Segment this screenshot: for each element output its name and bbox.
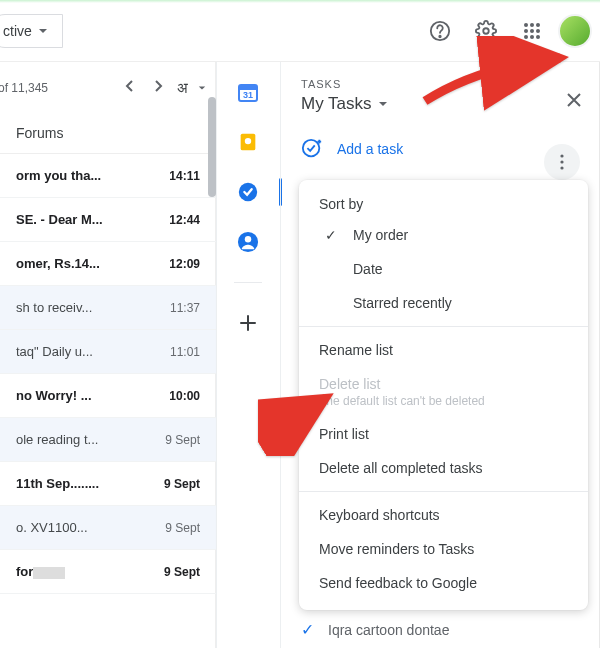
svg-point-7 (530, 29, 534, 33)
email-time: 12:09 (169, 257, 200, 271)
check-icon: ✓ (301, 620, 314, 639)
task-title: Iqra cartoon dontae (328, 622, 449, 638)
filter-label: ctive (3, 23, 32, 39)
email-snippet: taq" Daily u... (16, 344, 93, 359)
input-language-toggle[interactable]: अ (177, 79, 188, 97)
email-snippet: no Worry! ... (16, 388, 92, 403)
email-row[interactable]: for9 Sept (0, 550, 216, 594)
caret-down-icon (38, 26, 48, 36)
email-time: 12:44 (169, 213, 200, 227)
email-time: 10:00 (169, 389, 200, 403)
email-time: 9 Sept (165, 433, 200, 447)
email-time: 9 Sept (165, 521, 200, 535)
email-row[interactable]: ole reading t...9 Sept (0, 418, 216, 462)
prev-page-icon[interactable] (121, 76, 139, 99)
sort-starred-recently[interactable]: Starred recently (299, 286, 588, 320)
task-list-name: My Tasks (301, 94, 372, 114)
email-snippet: omer, Rs.14... (16, 256, 100, 271)
email-time: 9 Sept (164, 477, 200, 491)
contacts-app-icon[interactable] (232, 226, 264, 258)
svg-point-4 (530, 23, 534, 27)
svg-point-6 (524, 29, 528, 33)
svg-point-21 (560, 154, 563, 157)
tasks-panel: TASKS My Tasks Add a task Sort by My ord… (280, 62, 600, 648)
email-row[interactable]: taq" Daily u...11:01 (0, 330, 216, 374)
email-snippet: for (16, 564, 65, 579)
email-time: 14:11 (169, 169, 200, 183)
filter-active-chip[interactable]: ctive (0, 14, 63, 48)
email-snippet: o. XV1100... (16, 520, 88, 535)
add-task-icon (301, 138, 323, 160)
annotation-arrow (258, 386, 348, 460)
svg-point-2 (483, 28, 489, 34)
category-tab-forums[interactable]: Forums (0, 113, 216, 154)
email-snippet: SE. - Dear M... (16, 212, 103, 227)
caret-down-icon (378, 99, 388, 109)
more-vertical-icon (560, 154, 564, 170)
keyboard-shortcuts[interactable]: Keyboard shortcuts (299, 498, 588, 532)
email-time: 9 Sept (164, 565, 200, 579)
svg-text:31: 31 (243, 90, 253, 100)
completed-task[interactable]: ✓Iqra cartoon dontae (301, 612, 590, 647)
keep-app-icon[interactable] (232, 126, 264, 158)
email-snippet: 11th Sep........ (16, 476, 99, 491)
inbox-column: of 11,345 अ Forums orm you tha...14:11SE… (0, 62, 216, 648)
svg-point-22 (560, 160, 563, 163)
sort-my-order[interactable]: My order (299, 218, 588, 252)
email-snippet: sh to receiv... (16, 300, 92, 315)
email-time: 11:37 (170, 301, 200, 315)
caret-down-icon (198, 84, 206, 92)
move-reminders[interactable]: Move reminders to Tasks (299, 532, 588, 566)
calendar-app-icon[interactable]: 31 (232, 76, 264, 108)
email-row[interactable]: sh to receiv...11:37 (0, 286, 216, 330)
svg-point-5 (536, 23, 540, 27)
svg-point-8 (536, 29, 540, 33)
sort-date[interactable]: Date (299, 252, 588, 286)
email-row[interactable]: 11th Sep........9 Sept (0, 462, 216, 506)
svg-point-19 (245, 236, 251, 242)
side-panel-rail: 31 (216, 62, 280, 648)
email-row[interactable]: omer, Rs.14...12:09 (0, 242, 216, 286)
email-snippet: ole reading t... (16, 432, 98, 447)
annotation-arrow (420, 36, 580, 120)
sort-by-heading: Sort by (299, 190, 588, 218)
email-row[interactable]: no Worry! ...10:00 (0, 374, 216, 418)
message-count: of 11,345 (0, 81, 48, 95)
scrollbar-thumb[interactable] (208, 97, 216, 197)
rename-list[interactable]: Rename list (299, 333, 588, 367)
email-row[interactable]: orm you tha...14:11 (0, 154, 216, 198)
email-snippet: orm you tha... (16, 168, 101, 183)
add-task-label: Add a task (337, 141, 403, 157)
svg-point-20 (303, 140, 320, 157)
email-row[interactable]: SE. - Dear M...12:44 (0, 198, 216, 242)
list-options-button[interactable] (544, 144, 580, 180)
svg-point-3 (524, 23, 528, 27)
email-time: 11:01 (170, 345, 200, 359)
next-page-icon[interactable] (149, 76, 167, 99)
svg-point-16 (245, 138, 251, 144)
tasks-app-icon[interactable] (232, 176, 264, 208)
svg-point-23 (560, 166, 563, 169)
email-row[interactable]: o. XV1100...9 Sept (0, 506, 216, 550)
add-addon-icon[interactable] (232, 307, 264, 339)
send-feedback[interactable]: Send feedback to Google (299, 566, 588, 600)
